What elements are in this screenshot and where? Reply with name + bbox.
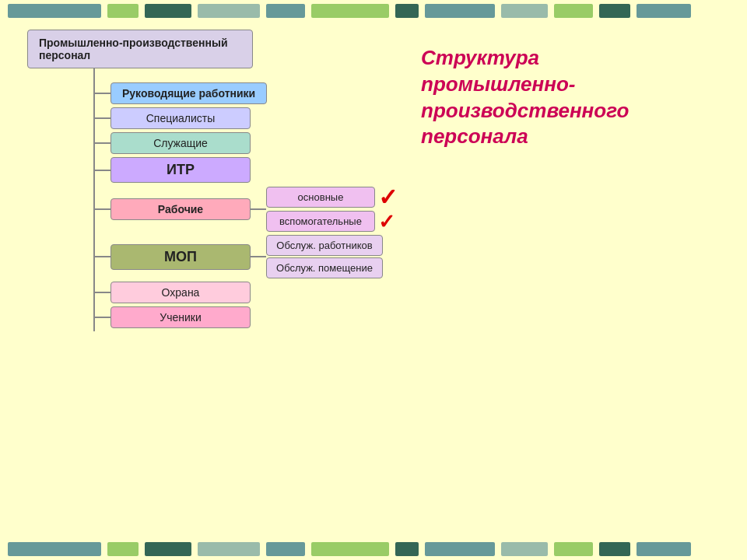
- sub-box-obsluzh-pom: Обслуж. помещение: [266, 257, 383, 278]
- h-line-sluzh: [95, 142, 110, 144]
- bar-seg-4: [198, 4, 260, 18]
- item-specialist: Специалисты: [110, 107, 251, 129]
- h-line-itr: [95, 170, 110, 171]
- item-itr: ИТР: [110, 157, 251, 183]
- bar-seg-5: [266, 4, 305, 18]
- h-line-ucheniki: [95, 317, 110, 318]
- bar-seg-11: [599, 4, 630, 18]
- sub-box-obsluzh-rab: Обслуж. работников: [266, 235, 383, 256]
- bot-seg-10: [554, 542, 593, 556]
- tree-row-okhrana: Охрана: [95, 282, 398, 303]
- bot-seg-2: [107, 542, 139, 556]
- tree-row-mop: МОП Обслуж. работников Обслуж. помещение: [95, 235, 398, 278]
- top-decorative-bar: [0, 0, 747, 22]
- bot-seg-6: [311, 542, 389, 556]
- h-line-rukovod: [95, 93, 110, 94]
- root-box: Промышленно-производственный персонал: [27, 30, 253, 68]
- sub-box-vspomog: вспомогательные: [266, 211, 375, 232]
- bar-seg-10: [554, 4, 593, 18]
- bar-seg-6: [311, 4, 389, 18]
- sub-box-osnovnye: основные: [266, 187, 375, 208]
- h-line-rabochie-r: [251, 208, 266, 210]
- bar-seg-12: [637, 4, 691, 18]
- bar-seg-7: [395, 4, 419, 18]
- bar-seg-1: [8, 4, 101, 18]
- tree-row-sluzh: Служащие: [95, 132, 398, 154]
- tree-row-rabochie: Рабочие основные ✓ вспомогательные: [95, 186, 398, 232]
- tree-row-itr: ИТР: [95, 157, 398, 183]
- item-rabochie: Рабочие: [110, 198, 251, 220]
- item-okhrana: Охрана: [110, 282, 251, 303]
- item-rukovod: Руководящие работники: [110, 82, 267, 104]
- bar-seg-9: [501, 4, 548, 18]
- bot-seg-9: [501, 542, 548, 556]
- root-connector-v: [93, 68, 95, 82]
- bot-seg-3: [145, 542, 191, 556]
- item-sluzh: Служащие: [110, 132, 251, 154]
- bottom-decorative-bar: [0, 538, 747, 560]
- h-line-mop: [95, 256, 110, 257]
- bot-seg-4: [198, 542, 260, 556]
- bar-seg-3: [145, 4, 191, 18]
- bot-seg-12: [637, 542, 691, 556]
- tree-row-rukovod: Руководящие работники: [95, 82, 398, 104]
- bot-seg-11: [599, 542, 630, 556]
- h-line-mop-r: [251, 256, 266, 257]
- h-line-rabochie: [95, 208, 110, 210]
- bot-seg-7: [395, 542, 419, 556]
- item-ucheniki: Ученики: [110, 306, 251, 328]
- item-mop: МОП: [110, 244, 251, 270]
- h-line-okhrana: [95, 292, 110, 293]
- tree-row-ucheniki: Ученики: [95, 306, 398, 328]
- page-title: Структура промышленно- производственного…: [421, 45, 735, 150]
- tree-row-specialist: Специалисты: [95, 107, 398, 129]
- h-line-specialist: [95, 117, 110, 119]
- bot-seg-1: [8, 542, 101, 556]
- bot-seg-8: [425, 542, 495, 556]
- checkmark-osnovnye: ✓: [378, 186, 398, 209]
- bar-seg-8: [425, 4, 495, 18]
- checkmark-vspomog: ✓: [378, 212, 395, 232]
- bar-seg-2: [107, 4, 139, 18]
- bot-seg-5: [266, 542, 305, 556]
